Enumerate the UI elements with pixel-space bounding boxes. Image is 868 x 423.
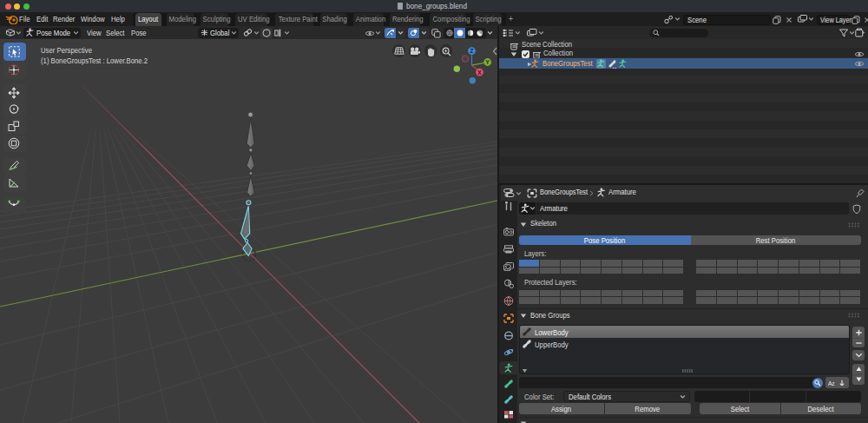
svg-text:Z: Z <box>470 48 474 54</box>
svg-text:X: X <box>477 69 482 76</box>
svg-text:Y: Y <box>486 59 490 65</box>
